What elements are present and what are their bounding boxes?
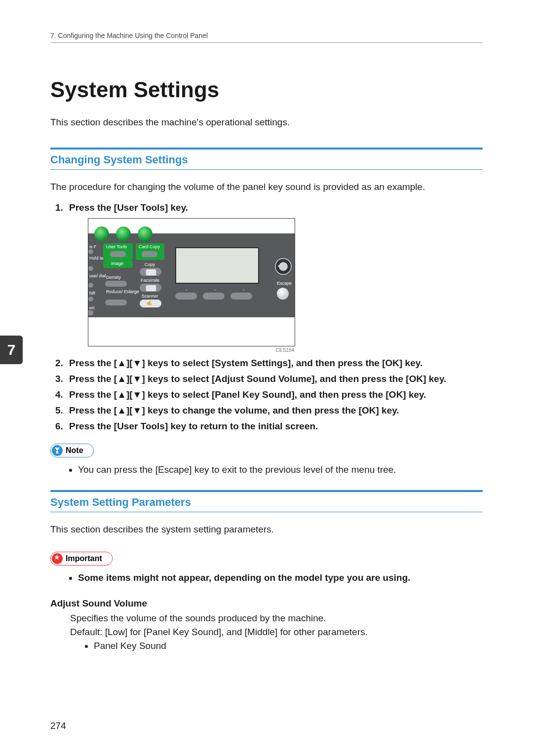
page-number: 274 [50,720,66,731]
important-icon [52,553,63,564]
section-changing-settings: Changing System Settings The procedure f… [50,148,483,475]
step-item: 3.Press the [▲][▼] keys to select [Adjus… [69,374,483,384]
step-text: Press the [▲][▼] keys to select [Adjust … [69,374,446,384]
chapter-tab: 7 [0,336,23,364]
note-icon [52,445,63,456]
step-number: 5. [55,405,63,416]
section-rule [50,512,483,512]
parameter-term: Adjust Sound Volume [50,598,483,609]
important-label: Important [66,554,102,563]
step-item: 5.Press the [▲][▼] keys to change the vo… [69,405,483,416]
important-item: Some items might not appear, depending o… [78,572,483,583]
section-title: System Setting Parameters [50,492,483,512]
note-item: You can press the [Escape] key to exit t… [78,464,483,475]
step-number: 2. [55,358,63,369]
parameter-subitem: Panel Key Sound [94,641,483,651]
parameter-default: Default: [Low] for [Panel Key Sound], an… [70,627,483,638]
section-title: Changing System Settings [50,150,483,169]
step-text: Press the [▲][▼] keys to select [Panel K… [69,389,426,400]
step-number: 4. [55,389,63,400]
step-item: 6.Press the [User Tools] key to return t… [69,421,483,432]
page-title: System Settings [50,77,483,102]
section-rule [50,169,483,170]
parameter-description: Specifies the volume of the sounds produ… [70,613,483,624]
step-text: Press the [▲][▼] keys to change the volu… [69,405,399,416]
note-list: You can press the [Escape] key to exit t… [65,464,483,475]
figure-image: is F Hold ial use/ dial hift ert User To… [88,218,295,346]
step-text: Press the [User Tools] key to return to … [69,421,318,431]
step-text: Press the [User Tools] key. [69,202,188,213]
step-number: 1. [55,202,63,213]
step-number: 6. [55,421,63,432]
section-intro: This section describes the system settin… [50,524,483,535]
parameter-sublist: Panel Key Sound [82,641,483,651]
step-item: 2.Press the [▲][▼] keys to select [Syste… [69,358,483,369]
step-item: 4.Press the [▲][▼] keys to select [Panel… [69,389,483,400]
important-callout: Important [50,552,113,566]
step-text: Press the [▲][▼] keys to select [System … [69,358,422,368]
section-intro: The procedure for changing the volume of… [50,182,483,192]
step-number: 3. [55,374,63,384]
note-callout: Note [50,444,94,457]
figure-control-panel: is F Hold ial use/ dial hift ert User To… [88,218,483,353]
section-setting-parameters: System Setting Parameters This section d… [50,490,483,651]
note-label: Note [66,446,83,455]
running-header: 7. Configuring the Machine Using the Con… [50,32,483,43]
figure-caption: CES184 [88,347,294,353]
lead-paragraph: This section describes the machine's ope… [50,117,483,128]
important-list: Some items might not appear, depending o… [65,572,483,583]
step-list: 1.Press the [User Tools] key. is F Hold … [50,202,483,432]
step-item: 1.Press the [User Tools] key. [69,202,483,213]
